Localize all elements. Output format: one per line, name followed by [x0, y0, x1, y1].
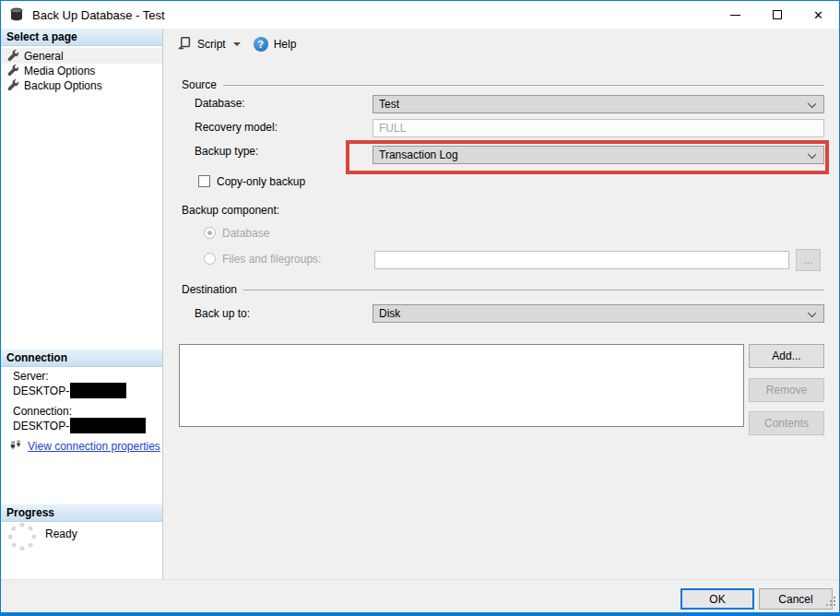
main-panel: Script ? Help Source Database: Test Reco… — [163, 29, 839, 579]
component-database-label: Database — [222, 227, 269, 240]
progress-status: Ready — [45, 527, 77, 540]
script-icon — [178, 36, 192, 53]
minimize-button[interactable] — [715, 1, 756, 29]
resize-grip[interactable] — [825, 594, 836, 610]
database-icon — [9, 7, 24, 22]
backup-database-dialog: Back Up Database - Test ✕ Select a page … — [0, 0, 840, 616]
connection-header: Connection — [1, 349, 162, 367]
component-files-radio — [204, 253, 216, 265]
progress-header: Progress — [1, 504, 162, 522]
back-up-to-label: Back up to: — [195, 307, 250, 320]
ok-button[interactable]: OK — [680, 588, 754, 610]
progress-spinner-icon — [8, 523, 36, 551]
sidebar-item-label: Media Options — [24, 65, 95, 77]
files-filegroups-field — [374, 251, 789, 269]
add-button[interactable]: Add... — [749, 344, 824, 368]
wrench-icon — [7, 79, 19, 91]
destination-header-rule — [243, 290, 824, 290]
sidebar-item-media-options[interactable]: Media Options — [1, 63, 162, 78]
dialog-footer: OK Cancel — [1, 579, 839, 612]
script-button[interactable]: Script — [174, 33, 230, 55]
backup-component-label: Backup component: — [182, 204, 279, 217]
recovery-model-field: FULL — [373, 119, 824, 137]
maximize-button[interactable] — [756, 1, 798, 29]
sidebar-item-label: General — [24, 50, 64, 63]
destination-group-header: Destination — [182, 283, 824, 296]
help-label: Help — [274, 38, 297, 51]
database-combobox[interactable]: Test — [373, 95, 824, 113]
database-label: Database: — [195, 97, 245, 110]
sidebar-item-backup-options[interactable]: Backup Options — [1, 77, 162, 93]
close-button[interactable]: ✕ — [798, 1, 839, 29]
sidebar: Select a page General Media Options Back… — [1, 29, 163, 579]
remove-button: Remove — [749, 378, 824, 402]
destination-listbox[interactable] — [179, 344, 744, 427]
connection-properties-icon — [9, 438, 22, 454]
toolbar: Script ? Help — [163, 29, 839, 59]
source-header-rule — [223, 85, 824, 86]
select-a-page-header: Select a page — [1, 29, 162, 46]
minimize-icon — [730, 15, 740, 16]
browse-button: ... — [796, 249, 821, 271]
cancel-button[interactable]: Cancel — [759, 588, 833, 610]
script-label: Script — [197, 38, 226, 51]
view-connection-properties-link[interactable]: View connection properties — [28, 440, 160, 453]
connection-value: DESKTOP- — [13, 418, 146, 433]
server-label: Server: — [13, 370, 49, 383]
help-button[interactable]: ? Help — [250, 34, 301, 54]
source-group-header: Source — [182, 78, 824, 91]
connection-name-redaction — [70, 418, 146, 433]
close-icon: ✕ — [813, 9, 823, 21]
maximize-icon — [773, 10, 782, 19]
chevron-down-icon — [808, 309, 816, 317]
title-bar[interactable]: Back Up Database - Test ✕ — [1, 1, 839, 29]
server-value: DESKTOP- — [13, 383, 126, 398]
copy-only-backup-label: Copy-only backup — [217, 175, 305, 188]
recovery-model-label: Recovery model: — [195, 121, 278, 134]
source-header-label: Source — [182, 78, 217, 91]
chevron-down-icon — [808, 100, 816, 108]
window-title: Back Up Database - Test — [32, 8, 715, 22]
sidebar-item-general[interactable]: General — [1, 48, 162, 64]
backup-type-value: Transaction Log — [379, 148, 458, 161]
copy-only-backup-checkbox[interactable] — [198, 175, 210, 187]
backup-type-label: Backup type: — [195, 145, 258, 158]
back-up-to-combobox[interactable]: Disk — [373, 304, 824, 323]
connection-label: Connection: — [13, 405, 72, 418]
component-files-label: Files and filegroups: — [222, 253, 321, 266]
contents-button: Contents — [749, 411, 824, 435]
wrench-icon — [7, 65, 19, 77]
view-connection-properties-row: View connection properties — [9, 438, 160, 454]
sidebar-item-label: Backup Options — [24, 79, 102, 92]
recovery-model-value: FULL — [379, 122, 406, 135]
chevron-down-icon — [808, 150, 816, 159]
back-up-to-value: Disk — [379, 307, 400, 320]
script-dropdown-icon[interactable] — [233, 42, 241, 46]
backup-type-combobox[interactable]: Transaction Log — [373, 146, 824, 164]
wrench-icon — [7, 50, 19, 62]
database-value: Test — [379, 98, 399, 111]
help-icon: ? — [254, 37, 268, 52]
server-name-redaction — [70, 383, 126, 398]
component-database-radio — [204, 227, 216, 239]
destination-header-label: Destination — [182, 283, 237, 296]
